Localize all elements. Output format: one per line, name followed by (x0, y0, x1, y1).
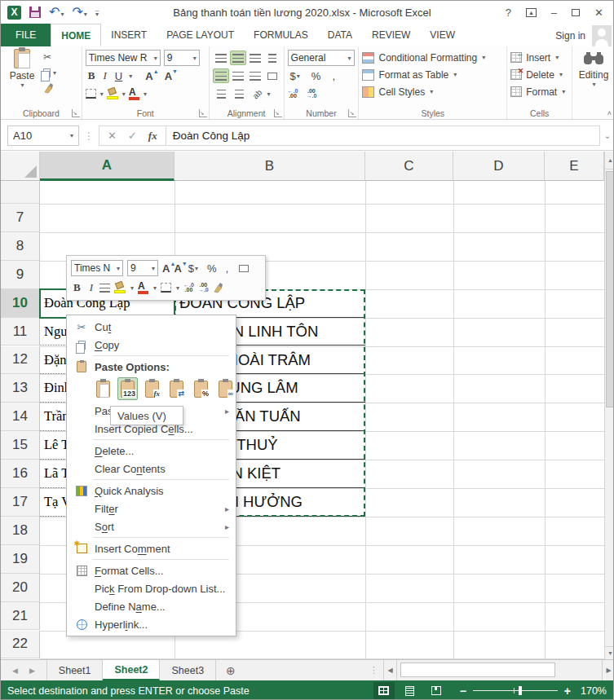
tab-insert[interactable]: INSERT (101, 24, 157, 46)
mini-grow-font-button[interactable]: A▲ (162, 262, 170, 275)
merge-center-button[interactable] (264, 68, 280, 83)
zoom-slider[interactable] (473, 690, 558, 691)
paste-option-paste[interactable] (93, 377, 113, 400)
mini-increase-decimal-button[interactable]: ←.0.00 (183, 283, 194, 293)
avatar[interactable] (592, 25, 612, 46)
menu-item-pick-from-dropdown[interactable]: Pick From Drop-down List... (67, 579, 236, 597)
page-layout-view-button[interactable] (400, 682, 421, 699)
zoom-level[interactable]: 170% (576, 685, 607, 697)
font-color-button[interactable]: A (129, 88, 139, 100)
menu-item-clear-contents[interactable]: Clear Contents (67, 460, 236, 478)
paste-option-values[interactable]: 123 (117, 377, 138, 400)
hscroll-left-icon[interactable]: ◀ (383, 660, 396, 680)
row-header-11[interactable]: 11 (1, 318, 40, 346)
align-right-button[interactable] (247, 68, 263, 83)
decrease-decimal-button[interactable]: .00→.0 (306, 89, 316, 99)
row-header-16[interactable]: 16 (1, 460, 40, 488)
top-align-button[interactable] (213, 51, 229, 65)
increase-decimal-button[interactable]: ←.0.00 (288, 89, 298, 99)
zoom-in-button[interactable]: + (564, 685, 571, 698)
mini-font-size-select[interactable]: 9▾ (127, 260, 158, 276)
decrease-indent-button[interactable] (213, 86, 230, 101)
orientation-button[interactable]: ab (249, 86, 266, 101)
menu-item-insert-comment[interactable]: Insert Comment (67, 539, 236, 557)
tab-file[interactable]: FILE (1, 24, 51, 46)
number-dialog-launcher[interactable]: ↘ (348, 109, 356, 117)
paste-option-link[interactable]: ∞ (215, 377, 236, 400)
alignment-dialog-launcher[interactable]: ↘ (274, 109, 282, 117)
underline-button[interactable]: U (113, 70, 125, 82)
redo-button[interactable]: ↷▾ (72, 5, 86, 20)
paste-button[interactable]: Paste ▾ (4, 49, 40, 95)
paste-caret-icon[interactable]: ▾ (20, 81, 24, 89)
column-header-b[interactable]: B (174, 152, 365, 181)
cancel-entry-button[interactable]: ✕ (108, 130, 117, 142)
row-header-partial[interactable] (1, 181, 40, 204)
delete-cells-button[interactable]: ✕Delete▾ (510, 66, 568, 83)
mini-format-painter-icon[interactable] (213, 283, 223, 293)
mini-decrease-decimal-button[interactable]: .00→.0 (198, 283, 209, 293)
menu-item-cut[interactable]: ✂ Cut (67, 318, 236, 336)
row-header-7[interactable]: 7 (1, 204, 40, 232)
mini-fill-color-button[interactable] (114, 282, 126, 293)
row-header-22[interactable]: 22 (1, 631, 40, 659)
zoom-slider-thumb[interactable] (519, 686, 522, 695)
mini-borders-button[interactable] (161, 283, 171, 293)
maximize-button[interactable] (572, 9, 580, 16)
mini-font-name-select[interactable]: Times N▾ (71, 260, 123, 276)
name-box-caret-icon[interactable]: ▾ (70, 132, 73, 139)
menu-item-define-name[interactable]: Define Name... (67, 597, 236, 615)
tab-home[interactable]: HOME (51, 24, 101, 46)
sheet-tab-sheet2[interactable]: Sheet2 (103, 660, 160, 680)
mini-accounting-button[interactable]: $▾ (186, 262, 201, 275)
conditional-formatting-button[interactable]: Conditional Formatting▾ (362, 49, 503, 66)
mini-merge-button[interactable] (235, 261, 252, 275)
ribbon-display-options-button[interactable]: ▲ (526, 8, 537, 17)
insert-cells-button[interactable]: ←Insert▾ (510, 49, 568, 66)
zoom-out-button[interactable]: − (460, 685, 466, 698)
sheet-tab-sheet3[interactable]: Sheet3 (160, 660, 216, 680)
sheet-tab-sheet1[interactable]: Sheet1 (47, 660, 104, 680)
tab-formulas[interactable]: FORMULAS (244, 24, 318, 46)
mini-comma-button[interactable]: , (223, 262, 232, 275)
percent-style-button[interactable]: % (309, 70, 324, 82)
scroll-up-arrow-icon[interactable]: ▲ (605, 152, 614, 169)
middle-align-button[interactable] (230, 51, 246, 65)
borders-button[interactable] (86, 89, 96, 99)
menu-item-sort[interactable]: Sort ▸ (67, 517, 236, 535)
save-icon[interactable] (29, 7, 41, 18)
align-left-button[interactable] (213, 68, 229, 83)
new-sheet-button[interactable]: ⊕ (216, 660, 245, 680)
format-painter-button[interactable] (43, 81, 56, 95)
increase-indent-button[interactable] (231, 86, 248, 101)
confirm-entry-button[interactable]: ✓ (128, 130, 137, 142)
row-header-10[interactable]: 10 (1, 289, 40, 318)
number-format-select[interactable]: General▾ (288, 50, 355, 66)
normal-view-button[interactable] (373, 682, 395, 699)
fill-color-button[interactable] (107, 88, 118, 99)
sheet-nav-left-icon[interactable]: ◀ (12, 667, 18, 675)
row-header-15[interactable]: 15 (1, 431, 40, 460)
group-editing[interactable]: Editing ▾ (572, 46, 614, 119)
collapse-ribbon-button[interactable]: ˄ (607, 109, 612, 117)
tab-splitter[interactable]: ⋮ (369, 665, 378, 676)
row-header-8[interactable]: 8 (1, 232, 40, 261)
close-button[interactable]: ✕ (594, 7, 603, 19)
paste-option-formatting[interactable]: % (191, 377, 211, 400)
undo-caret-icon[interactable]: ▾ (60, 11, 64, 18)
hscroll-right-icon[interactable]: ▶ (602, 660, 614, 680)
grow-font-button[interactable]: A▲ (145, 70, 152, 82)
mini-align-center-button[interactable] (99, 284, 110, 293)
formula-input[interactable]: Đoàn Công Lập (166, 125, 600, 146)
font-dialog-launcher[interactable]: ↘ (199, 109, 207, 117)
bottom-align-button[interactable] (247, 51, 263, 65)
tab-page-layout[interactable]: PAGE LAYOUT (157, 24, 244, 46)
copy-button[interactable]: ▾ (43, 66, 56, 79)
tab-view[interactable]: VIEW (420, 24, 465, 46)
mini-italic-button[interactable]: I (87, 281, 95, 294)
column-header-d[interactable]: D (453, 152, 545, 181)
menu-item-delete[interactable]: Delete... (67, 442, 236, 460)
undo-button[interactable]: ↶▾ (49, 5, 64, 20)
paste-option-formulas[interactable]: fx (142, 377, 162, 400)
row-header-17[interactable]: 17 (1, 488, 40, 517)
